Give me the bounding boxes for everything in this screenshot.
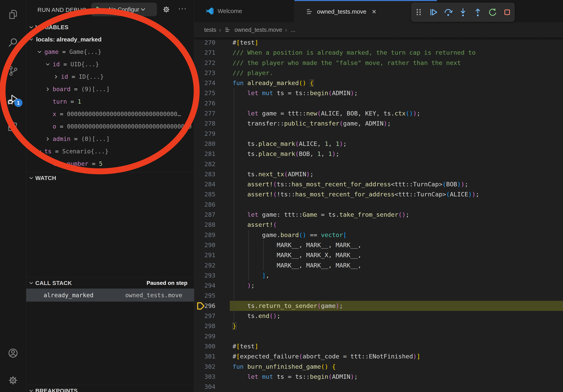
account-icon[interactable] xyxy=(7,347,19,359)
step-over-button[interactable] xyxy=(443,7,453,17)
line-number[interactable]: 280 xyxy=(194,139,230,149)
line-number[interactable]: 293 xyxy=(194,270,230,280)
code-text[interactable]: /// the player who made the "false" move… xyxy=(230,58,563,68)
chevron-right-icon[interactable] xyxy=(46,137,50,141)
source-control-icon[interactable] xyxy=(7,65,19,77)
current-line-code[interactable]: ts.return_to_sender(game); xyxy=(230,301,563,311)
code-text[interactable]: let game = ttt::new(ALICE, BOB, KEY, ts.… xyxy=(230,108,563,118)
line-number[interactable]: 272 xyxy=(194,58,230,68)
chevron-right-icon[interactable] xyxy=(46,87,50,91)
code-text[interactable]: MARK__, MARK_X, MARK__, xyxy=(230,250,563,260)
code-text[interactable] xyxy=(230,199,563,210)
variable-row[interactable]: id = UID{...} xyxy=(26,58,194,70)
code-text[interactable]: let mut ts = ts::begin(ADMIN); xyxy=(230,88,563,98)
variable-chevron[interactable] xyxy=(54,75,61,79)
code-text[interactable]: #[expected_failure(abort_code = ttt::ENo… xyxy=(230,351,563,361)
variable-row[interactable]: o = 00000000000000000000000000000000000 xyxy=(26,120,194,133)
code-text[interactable]: assert!( xyxy=(230,220,563,230)
line-number[interactable]: 297 xyxy=(194,311,230,321)
code-text[interactable]: ts.place_mark(BOB, 1, 1); xyxy=(230,149,563,159)
chevron-down-icon[interactable] xyxy=(46,62,50,66)
variable-row[interactable]: board = (9)[...] xyxy=(26,83,194,95)
line-number[interactable]: 279 xyxy=(194,129,230,139)
line-number[interactable]: 276 xyxy=(194,98,230,108)
chevron-right-icon[interactable] xyxy=(54,75,58,79)
variable-chevron[interactable] xyxy=(29,37,36,42)
variables-section-header[interactable]: VARIABLES xyxy=(26,22,194,32)
line-number[interactable]: 277 xyxy=(194,108,230,118)
line-number[interactable]: 299 xyxy=(194,331,230,341)
line-number[interactable]: 285 xyxy=(194,189,230,199)
variable-chevron[interactable] xyxy=(46,87,53,91)
line-number[interactable]: 301 xyxy=(194,351,230,361)
code-text[interactable]: MARK__, MARK__, MARK__, xyxy=(230,240,563,250)
code-text[interactable]: transfer::public_transfer(game, ADMIN); xyxy=(230,118,563,129)
line-number[interactable]: 303 xyxy=(194,372,230,382)
variable-row[interactable]: game = Game{...} xyxy=(26,46,194,58)
extensions-icon[interactable] xyxy=(7,122,19,134)
line-number[interactable]: 282 xyxy=(194,159,230,169)
code-text[interactable] xyxy=(230,159,563,169)
code-text[interactable] xyxy=(230,331,563,341)
code-text[interactable]: fun already_marked() { xyxy=(230,78,563,88)
line-number[interactable]: 274 xyxy=(194,78,230,88)
step-out-button[interactable] xyxy=(473,7,483,17)
line-number[interactable]: 286 xyxy=(194,199,230,210)
line-number[interactable]: 281 xyxy=(194,149,230,159)
code-text[interactable]: ts.next_tx(ADMIN); xyxy=(230,169,563,179)
close-icon[interactable]: × xyxy=(372,8,376,15)
variable-row[interactable]: turn = 1 xyxy=(26,95,194,108)
code-text[interactable]: assert!(!ts::has_most_recent_for_address… xyxy=(230,189,563,199)
variable-chevron[interactable] xyxy=(37,50,44,54)
line-number[interactable]: 289 xyxy=(194,230,230,240)
breadcrumb-item-symbol[interactable]: ... xyxy=(291,27,295,33)
code-text[interactable] xyxy=(230,129,563,139)
code-text[interactable]: let mut ts = ts::begin(ADMIN); xyxy=(230,372,563,382)
line-number[interactable]: 298 xyxy=(194,321,230,331)
chevron-down-icon[interactable] xyxy=(29,37,33,42)
code-text[interactable]: } xyxy=(230,321,563,331)
chevron-down-icon[interactable] xyxy=(37,50,42,54)
stop-button[interactable] xyxy=(502,7,512,17)
code-text[interactable]: game.board() == vector[ xyxy=(230,230,563,240)
code-text[interactable] xyxy=(230,382,563,392)
code-text[interactable]: /// When a position is already marked, t… xyxy=(230,48,563,58)
breadcrumb-item-tests[interactable]: tests xyxy=(204,27,216,33)
variable-row[interactable]: x = 0000000000000000000000000000000… xyxy=(26,108,194,120)
variable-chevron[interactable] xyxy=(37,149,44,154)
files-icon[interactable] xyxy=(7,9,19,20)
debug-settings-gear-icon[interactable] xyxy=(162,5,171,14)
variable-row[interactable]: admin = (0)[...] xyxy=(26,133,194,145)
line-number[interactable]: 283 xyxy=(194,169,230,179)
chevron-down-icon[interactable] xyxy=(37,149,42,154)
code-text[interactable]: /// player. xyxy=(230,68,563,78)
variable-row[interactable]: locals: already_marked xyxy=(26,33,194,46)
line-number[interactable]: 292 xyxy=(194,260,230,270)
line-number[interactable]: 275 xyxy=(194,88,230,98)
code-text[interactable]: ts.place_mark(ALICE, 1, 1); xyxy=(230,139,563,149)
code-text[interactable]: let game: ttt::Game = ts.take_from_sende… xyxy=(230,210,563,220)
code-text[interactable]: #[test] xyxy=(230,341,563,351)
drag-handle-icon[interactable] xyxy=(414,7,424,17)
line-number[interactable]: 295 xyxy=(194,290,230,301)
code-text[interactable]: MARK__, MARK__, MARK__, xyxy=(230,260,563,270)
watch-section-header[interactable]: WATCH xyxy=(26,173,194,183)
debug-config-dropdown[interactable]: No Configur xyxy=(91,3,157,16)
line-number[interactable]: 273 xyxy=(194,68,230,78)
line-number[interactable]: 304 xyxy=(194,382,230,392)
code-text[interactable]: assert!(ts::has_most_recent_for_address<… xyxy=(230,179,563,189)
continue-button[interactable] xyxy=(428,7,439,17)
call-stack-section-header[interactable]: CALL STACK Paused on step xyxy=(26,278,194,288)
restart-button[interactable] xyxy=(487,7,498,17)
search-icon[interactable] xyxy=(7,37,19,48)
code-text[interactable] xyxy=(230,98,563,108)
call-stack-frame-row[interactable]: already_marked owned_tests.move xyxy=(26,288,194,301)
variable-row[interactable]: id = ID{...} xyxy=(26,70,194,83)
tab-welcome[interactable]: Welcome xyxy=(194,0,294,22)
step-into-button[interactable] xyxy=(458,7,468,17)
line-number[interactable]: 302 xyxy=(194,362,230,372)
code-editor[interactable]: 270#[test]271/// When a position is alre… xyxy=(194,38,563,392)
line-number[interactable]: 271 xyxy=(194,48,230,58)
line-number[interactable]: 284 xyxy=(194,179,230,189)
start-debug-button[interactable] xyxy=(91,3,106,16)
